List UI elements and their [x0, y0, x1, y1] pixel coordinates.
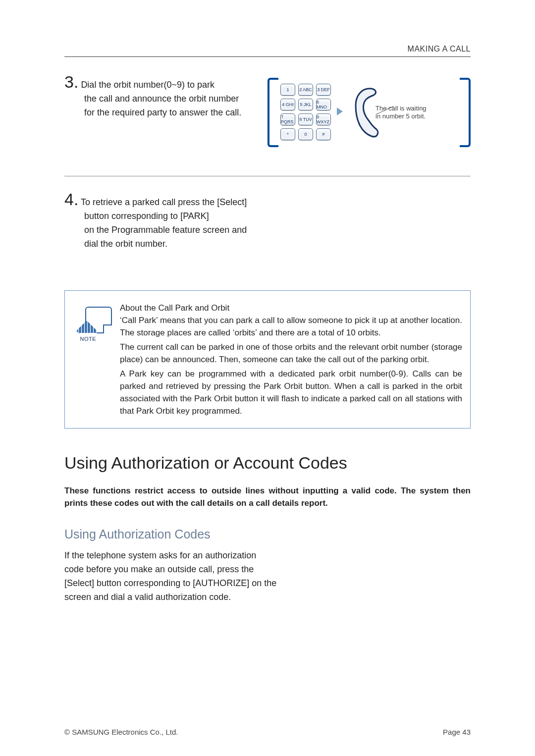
footer-page-number: Page 43: [443, 728, 471, 736]
note-p2: The current call can be parked in one of…: [120, 341, 462, 366]
key-9: 9 WXYZ: [316, 113, 331, 125]
note-p3: A Park key can be programmed with a dedi…: [120, 368, 462, 417]
step-4-text-line4: dial the orbit number.: [84, 237, 471, 251]
callout-line1: The call is waiting: [375, 105, 427, 112]
callout-line2: in number 5 orbit.: [375, 112, 427, 120]
keypad-icon: 1 2 ABC 3 DEF 4 GHI 5 JKL 6 MNO 7 PQRS 8…: [280, 84, 331, 140]
key-5: 5 JKL: [298, 99, 313, 110]
step-3-number: 3.: [64, 72, 78, 91]
section-intro: These functions restrict access to outsi…: [64, 485, 471, 509]
arrow-icon: [337, 108, 343, 115]
figure-bracket-right: [460, 78, 471, 147]
note-label: NOTE: [79, 333, 98, 345]
note-title: About the Call Park and Orbit: [120, 302, 462, 314]
note-box: NOTE About the Call Park and Orbit ‘Call…: [64, 290, 471, 429]
subsection-paragraph: If the telephone system asks for an auth…: [64, 548, 277, 604]
key-star: *: [280, 128, 295, 140]
key-3: 3 DEF: [316, 84, 331, 96]
step-4: 4. To retrieve a parked call press the […: [64, 192, 471, 251]
key-8: 8 TUV: [298, 113, 313, 125]
step-3-text-line2: the call and announce the orbit number: [84, 92, 253, 106]
key-1: 1: [280, 84, 295, 96]
key-6: 6 MNO: [316, 99, 331, 110]
header-rule: [64, 56, 471, 57]
step-4-text-line1: To retrieve a parked call press the [Sel…: [81, 197, 247, 207]
step-3-figure: 1 2 ABC 3 DEF 4 GHI 5 JKL 6 MNO 7 PQRS 8…: [263, 75, 471, 154]
figure-bracket-left: [268, 78, 278, 147]
key-2: 2 ABC: [298, 84, 313, 96]
section-heading: Using Authorization or Account Codes: [64, 453, 471, 473]
key-4: 4 GHI: [280, 99, 295, 110]
footer-copyright: © SAMSUNG Electronics Co., Ltd.: [64, 728, 178, 736]
step-4-text-line3: on the Programmable feature screen and: [84, 223, 471, 237]
step-4-number: 4.: [64, 190, 78, 209]
step-4-text-line2: button corresponding to [PARK]: [84, 209, 471, 223]
note-icon: NOTE: [81, 307, 112, 337]
step-divider: [64, 176, 471, 176]
step-3-text-line1: Dial the orbit number(0~9) to park: [81, 80, 214, 90]
step-3-text-line3: for the required party to answer the cal…: [84, 106, 253, 119]
step-3: 3. Dial the orbit number(0~9) to park th…: [64, 75, 471, 154]
note-p1: ‘Call Park’ means that you can park a ca…: [120, 314, 462, 339]
key-0: 0: [298, 128, 313, 140]
page-footer: © SAMSUNG Electronics Co., Ltd. Page 43: [64, 728, 471, 736]
running-header: MAKING A CALL: [64, 45, 471, 54]
key-7: 7 PQRS: [280, 113, 295, 125]
key-hash: #: [316, 128, 331, 140]
subsection-heading: Using Authorization Codes: [64, 527, 471, 541]
